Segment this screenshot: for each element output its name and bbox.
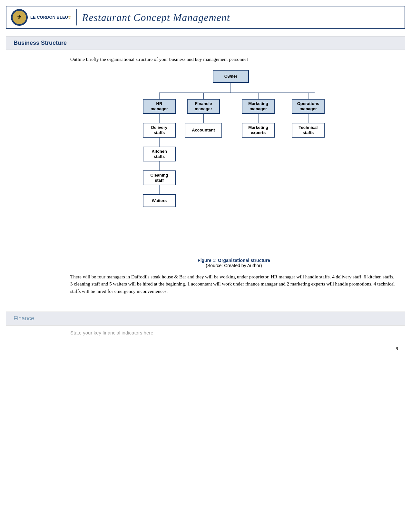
- svg-text:staffs: staffs: [153, 154, 165, 159]
- finance-section-title: Finance: [14, 315, 397, 322]
- svg-text:manager: manager: [299, 106, 317, 111]
- svg-text:Operations: Operations: [297, 101, 319, 106]
- svg-text:Owner: Owner: [224, 74, 237, 79]
- section-title: Business Structure: [14, 40, 397, 46]
- logo-emblem: ⚜: [13, 11, 26, 24]
- body-text: There will be four managers in Daffodils…: [70, 273, 397, 295]
- org-chart-svg: .box { fill: white; stroke: #1a3a6b; str…: [134, 67, 334, 254]
- svg-text:Delivery: Delivery: [151, 125, 167, 130]
- svg-text:HR: HR: [156, 101, 162, 106]
- svg-text:experts: experts: [250, 130, 265, 135]
- svg-text:Waiters: Waiters: [152, 198, 166, 203]
- svg-text:manager: manager: [150, 106, 168, 111]
- caption-source: (Source: Created by Author): [70, 263, 397, 268]
- svg-text:Marketing: Marketing: [248, 125, 268, 130]
- svg-text:manager: manager: [249, 106, 267, 111]
- svg-text:Marketing: Marketing: [248, 101, 268, 106]
- logo-circle: ⚜: [11, 9, 28, 26]
- figure-caption: Figure 1: Organizational structure (Sour…: [70, 258, 397, 268]
- business-structure-content: Outline briefly the organisational struc…: [6, 50, 405, 305]
- svg-text:Financie: Financie: [195, 101, 212, 106]
- business-structure-section-header: Business Structure: [6, 36, 405, 50]
- logo-text: LE CORDON BLEU®: [30, 15, 71, 20]
- svg-text:staffs: staffs: [153, 130, 165, 135]
- finance-content: State your key financial indicators here: [6, 325, 405, 340]
- finance-section-header: Finance: [6, 312, 405, 325]
- svg-text:Kitchen: Kitchen: [152, 149, 167, 154]
- caption-title: Figure 1: Organizational structure: [70, 258, 397, 263]
- svg-text:manager: manager: [194, 106, 212, 111]
- logo-area: ⚜ LE CORDON BLEU®: [11, 9, 71, 26]
- svg-text:staff: staff: [155, 178, 164, 183]
- svg-text:Accountant: Accountant: [192, 128, 215, 132]
- header-divider: [76, 9, 77, 25]
- svg-text:Technical: Technical: [298, 125, 318, 130]
- finance-placeholder: State your key financial indicators here: [70, 330, 397, 335]
- page-number: 9: [0, 340, 411, 358]
- svg-text:staffs: staffs: [302, 130, 314, 135]
- svg-text:Cleaning: Cleaning: [150, 173, 168, 178]
- org-chart: .box { fill: white; stroke: #1a3a6b; str…: [70, 67, 397, 254]
- intro-text: Outline briefly the organisational struc…: [70, 56, 397, 63]
- page-header: ⚜ LE CORDON BLEU® Restaurant Concept Man…: [6, 6, 405, 29]
- header-title: Restaurant Concept Management: [82, 12, 230, 24]
